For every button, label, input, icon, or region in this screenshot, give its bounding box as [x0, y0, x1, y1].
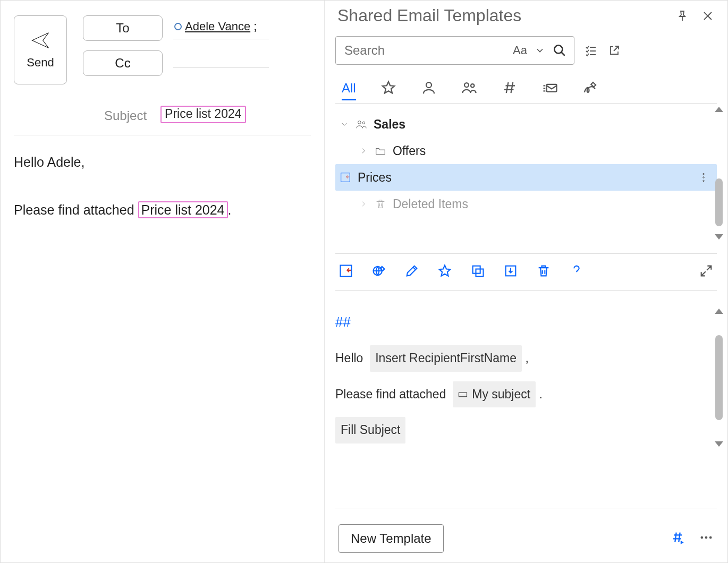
- star-icon: [437, 263, 452, 278]
- expand-button[interactable]: [699, 263, 714, 280]
- people-icon: [355, 118, 367, 130]
- to-button[interactable]: To: [83, 15, 163, 41]
- copy-button[interactable]: [470, 263, 485, 280]
- cc-field[interactable]: [173, 59, 269, 67]
- tab-personal[interactable]: [421, 79, 437, 97]
- manage-view-button[interactable]: [584, 44, 598, 57]
- export-button[interactable]: [503, 263, 518, 280]
- insert-macro-button[interactable]: [670, 530, 685, 547]
- tree-item-label: Offers: [393, 144, 426, 158]
- cc-button[interactable]: Cc: [83, 50, 163, 76]
- person-icon: [421, 80, 437, 96]
- chevron-down-icon: [340, 120, 349, 129]
- tree-scrollbar[interactable]: [714, 107, 724, 240]
- insert-web-button[interactable]: [371, 263, 386, 280]
- tree-item-offers[interactable]: Offers: [335, 138, 717, 164]
- body-highlight: Price list 2024: [138, 201, 228, 218]
- tab-mail-merge[interactable]: [542, 79, 558, 97]
- download-box-icon: [503, 263, 518, 278]
- to-field[interactable]: Adele Vance ;: [173, 18, 269, 39]
- svg-point-18: [705, 536, 708, 539]
- svg-rect-4: [546, 84, 556, 92]
- compose-divider: [14, 135, 311, 135]
- help-button[interactable]: [569, 263, 584, 280]
- compose-pane: Send To Adele Vance ; Cc Subject: [1, 1, 325, 562]
- scroll-up-icon[interactable]: [715, 107, 723, 112]
- insert-template-button[interactable]: [338, 263, 353, 280]
- svg-rect-11: [341, 266, 352, 277]
- svg-point-0: [554, 45, 562, 53]
- tree-item-deleted[interactable]: Deleted Items: [335, 191, 717, 217]
- pin-button[interactable]: [675, 9, 689, 23]
- match-case-toggle[interactable]: Aa: [513, 44, 527, 57]
- close-button[interactable]: [701, 9, 715, 23]
- pin-icon: [676, 10, 689, 22]
- tab-signatures[interactable]: [582, 79, 598, 97]
- svg-rect-7: [341, 173, 350, 182]
- macro-marker: ##: [335, 312, 702, 336]
- scroll-thumb[interactable]: [715, 178, 723, 226]
- template-toolbar: [335, 263, 717, 280]
- mail-lines-icon: [542, 80, 558, 96]
- svg-point-2: [464, 83, 469, 87]
- presence-icon: [174, 23, 182, 30]
- chip-my-subject-label: My subject: [472, 383, 530, 406]
- edit-button[interactable]: [404, 263, 419, 280]
- hash-icon: [502, 80, 518, 96]
- people-icon: [461, 80, 477, 96]
- search-box[interactable]: Aa: [335, 36, 574, 65]
- insert-icon: [338, 263, 353, 278]
- open-external-button[interactable]: [607, 44, 621, 57]
- scroll-down-icon[interactable]: [715, 234, 723, 240]
- preview-scrollbar[interactable]: [714, 309, 724, 447]
- svg-point-3: [471, 84, 475, 88]
- tree-root-label: Sales: [374, 117, 405, 132]
- chip-fill-subject[interactable]: Fill Subject: [335, 417, 405, 443]
- svg-point-10: [703, 180, 705, 182]
- new-template-button[interactable]: New Template: [338, 524, 444, 553]
- star-icon: [380, 80, 396, 96]
- svg-point-17: [701, 536, 704, 539]
- subject-input[interactable]: Price list 2024: [160, 106, 246, 123]
- more-horizontal-icon: [699, 530, 714, 545]
- search-icon[interactable]: [553, 44, 566, 57]
- tree-item-label: Prices: [358, 170, 392, 185]
- scroll-up-icon[interactable]: [715, 309, 723, 314]
- tree-item-label: Deleted Items: [393, 197, 468, 211]
- send-label: Send: [27, 56, 54, 70]
- chevron-down-icon[interactable]: [535, 45, 545, 56]
- preview-hello: Hello: [335, 351, 363, 365]
- chevron-right-icon: [359, 199, 368, 209]
- favorite-button[interactable]: [437, 263, 452, 280]
- more-button[interactable]: [699, 530, 714, 547]
- tab-all[interactable]: All: [342, 82, 356, 100]
- chevron-right-icon: [359, 146, 368, 156]
- recipient-suffix: ;: [253, 20, 257, 33]
- filter-tabs: All: [335, 79, 717, 104]
- search-input[interactable]: [343, 42, 504, 58]
- tab-favorites[interactable]: [380, 79, 396, 97]
- copy-icon: [470, 263, 485, 278]
- svg-point-5: [358, 121, 361, 124]
- chip-recipient-firstname[interactable]: Insert RecipientFirstName: [370, 345, 522, 372]
- scroll-down-icon[interactable]: [715, 441, 723, 447]
- chip-my-subject[interactable]: My subject: [453, 381, 536, 408]
- tree-item-prices[interactable]: Prices: [335, 164, 717, 191]
- subject-label: Subject: [104, 108, 147, 123]
- tab-team[interactable]: [461, 79, 477, 97]
- recipient-chip[interactable]: Adele Vance: [185, 20, 250, 33]
- body-line-2: Please find attached Price list 2024.: [14, 198, 311, 222]
- send-button[interactable]: Send: [14, 15, 67, 84]
- tree-root-sales[interactable]: Sales: [335, 111, 717, 138]
- more-vertical-icon[interactable]: [698, 172, 709, 183]
- template-insert-icon: [340, 172, 351, 183]
- body-line-2-after: .: [228, 202, 232, 217]
- subject-row: Subject Price list 2024: [14, 106, 311, 123]
- compose-header: Send To Adele Vance ; Cc: [14, 6, 311, 90]
- tab-macros[interactable]: [502, 79, 518, 97]
- scroll-thumb[interactable]: [715, 335, 723, 420]
- svg-point-9: [703, 177, 705, 178]
- list-check-icon: [585, 44, 597, 57]
- delete-button[interactable]: [536, 263, 551, 280]
- email-body[interactable]: Hello Adele, Please find attached Price …: [14, 150, 311, 222]
